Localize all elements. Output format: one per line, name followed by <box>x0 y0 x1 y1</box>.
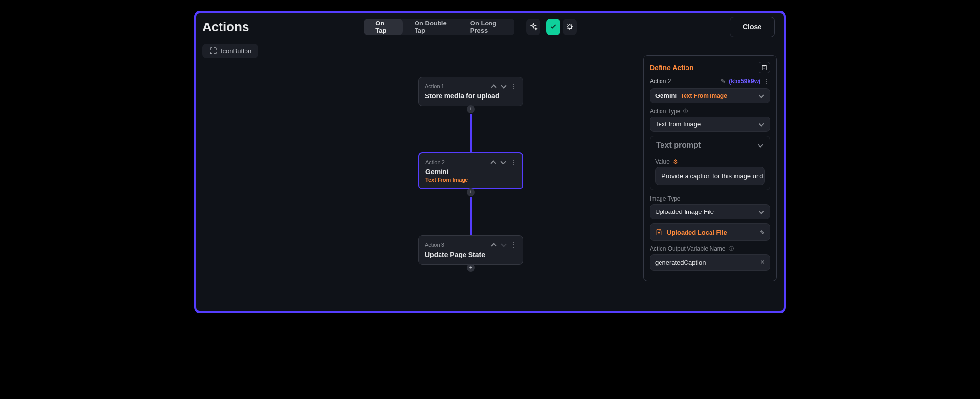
panel-title: Define Action <box>650 64 694 71</box>
tab-on-long-press[interactable]: On Long Press <box>459 19 515 35</box>
debug-icon-button[interactable] <box>563 19 577 35</box>
chevron-down-icon <box>758 121 765 128</box>
action-node-3[interactable]: Action 3 Update Page State <box>418 235 523 265</box>
sparkle-icon <box>529 23 538 31</box>
chevron-down-icon <box>758 93 765 99</box>
uploaded-file-label: Uploaded Local File <box>667 229 756 236</box>
action-name-primary: Gemini <box>655 92 677 99</box>
define-action-panel: Define Action Action 2 (kbx59k9w) Gemini… <box>643 55 777 281</box>
action-node-2-title: Gemini <box>425 168 516 176</box>
action-node-1-title: Store media for upload <box>425 92 517 100</box>
move-up-icon[interactable] <box>490 242 496 248</box>
chevron-down-icon <box>757 142 764 149</box>
tab-on-tap[interactable]: On Tap <box>364 19 403 35</box>
image-type-label: Image Type <box>650 195 770 202</box>
variable-icon[interactable]: ⚙ <box>673 158 678 165</box>
action-node-3-title: Update Page State <box>425 251 517 258</box>
action-type-dropdown[interactable]: Text from Image <box>650 117 770 132</box>
action-type-value: Text from Image <box>655 120 701 128</box>
bug-icon <box>565 23 574 31</box>
app-window: Actions On Tap On Double Tap On Long Pre… <box>194 11 786 313</box>
text-prompt-header[interactable]: Text prompt <box>650 136 770 155</box>
add-action-button[interactable] <box>467 188 475 196</box>
flow-connector <box>470 114 472 152</box>
confirm-icon-button[interactable] <box>546 19 560 35</box>
text-prompt-section: Text prompt Value ⚙ Provide a caption fo… <box>650 136 770 190</box>
panel-action-label: Action 2 <box>650 78 671 85</box>
check-icon <box>549 23 557 31</box>
widget-chip-label: IconButton <box>221 47 251 55</box>
clear-icon[interactable]: × <box>760 258 765 267</box>
tab-on-double-tap[interactable]: On Double Tap <box>403 19 459 35</box>
document-plus-icon <box>761 64 768 71</box>
add-action-button[interactable] <box>467 264 475 272</box>
action-name-dropdown[interactable]: Gemini Text From Image <box>650 88 770 103</box>
output-var-input[interactable]: generatedCaption × <box>650 254 770 271</box>
page-title: Actions <box>202 20 249 35</box>
panel-menu-icon[interactable] <box>763 77 770 85</box>
file-icon <box>655 228 663 236</box>
output-var-value: generatedCaption <box>655 259 706 266</box>
action-type-label: Action Type <box>650 107 770 115</box>
uploaded-file-row[interactable]: Uploaded Local File <box>650 223 770 241</box>
action-node-2-subtitle: Text From Image <box>425 177 516 183</box>
action-node-1[interactable]: Action 1 Store media for upload <box>418 77 523 106</box>
value-label: Value ⚙ <box>655 158 765 165</box>
move-up-icon[interactable] <box>490 83 496 89</box>
move-down-icon <box>500 242 506 248</box>
svg-point-0 <box>568 25 572 29</box>
flow-connector <box>470 197 472 235</box>
trigger-tabs: On Tap On Double Tap On Long Press <box>364 19 514 35</box>
panel-action-icon-button[interactable] <box>759 62 770 73</box>
move-up-icon[interactable] <box>490 159 496 165</box>
ai-icon-button[interactable] <box>526 19 540 35</box>
edit-icon[interactable] <box>760 228 765 236</box>
image-type-dropdown[interactable]: Uploaded Image File <box>650 204 770 219</box>
move-down-icon[interactable] <box>500 83 506 89</box>
output-var-label: Action Output Variable Name <box>650 245 770 252</box>
panel-action-id[interactable]: (kbx59k9w) <box>729 78 760 85</box>
action-name-secondary: Text From Image <box>681 93 727 99</box>
action-node-3-label: Action 3 <box>425 242 444 248</box>
top-bar: Actions On Tap On Double Tap On Long Pre… <box>196 13 784 41</box>
node-menu-icon[interactable] <box>510 82 517 90</box>
info-icon[interactable] <box>729 245 734 252</box>
action-node-2[interactable]: Action 2 Gemini Text From Image <box>418 152 523 189</box>
action-flow-canvas: Action 1 Store media for upload Action 2 <box>368 77 574 273</box>
prompt-value-input[interactable]: Provide a caption for this image und <box>655 167 765 185</box>
widget-chip[interactable]: IconButton <box>202 44 258 58</box>
add-action-button[interactable] <box>467 105 475 113</box>
info-icon[interactable] <box>683 107 688 115</box>
widget-icon <box>209 47 217 55</box>
node-menu-icon[interactable] <box>510 241 517 249</box>
close-button[interactable]: Close <box>730 17 775 37</box>
image-type-value: Uploaded Image File <box>655 208 714 215</box>
edit-icon[interactable] <box>721 78 726 85</box>
move-down-icon[interactable] <box>500 159 506 165</box>
action-node-2-label: Action 2 <box>425 159 445 165</box>
action-node-1-label: Action 1 <box>425 83 444 89</box>
node-menu-icon[interactable] <box>510 158 516 166</box>
chevron-down-icon <box>758 209 765 215</box>
